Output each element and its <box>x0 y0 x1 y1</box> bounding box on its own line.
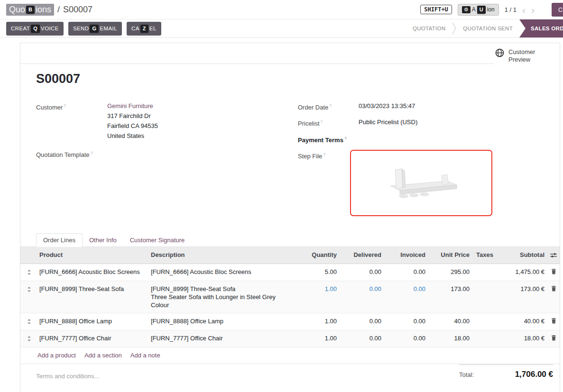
stage-quotation[interactable]: QUOTATION <box>406 26 452 31</box>
delete-row-icon[interactable] <box>546 281 561 297</box>
row-description[interactable]: [FURN_8999] Three-Seat Sofa Three Seater… <box>149 281 296 313</box>
help-icon: ? <box>321 119 323 124</box>
breadcrumb-parent-text: Quo <box>9 5 25 15</box>
drag-handle-icon[interactable] <box>20 313 37 330</box>
action-menu-button[interactable]: ⚙ A U ion <box>458 4 499 16</box>
row-delivered[interactable]: 0.00 <box>339 313 383 329</box>
step-file-field-row: Step File? <box>298 150 543 216</box>
customer-preview-link[interactable]: Customer Preview <box>495 48 553 64</box>
pricelist-label: Pricelist? <box>298 117 359 128</box>
pricelist-value[interactable]: Public Pricelist (USD) <box>359 117 543 128</box>
hint-badge-b: B <box>26 6 35 14</box>
pager-previous-icon[interactable]: ‹ <box>522 5 526 15</box>
row-quantity[interactable]: 1.00 <box>296 281 339 297</box>
row-unit-price[interactable]: 40.00 <box>427 313 471 329</box>
row-description[interactable]: [FURN_8888] Office Lamp <box>149 313 296 329</box>
action-label: ion <box>487 6 495 13</box>
quotation-template-value[interactable] <box>107 148 298 160</box>
pricelist-field-row: Pricelist? Public Pricelist (USD) <box>298 117 543 128</box>
step-file-label: Step File? <box>298 150 359 216</box>
help-icon: ? <box>329 103 332 108</box>
breadcrumb-quotations-link[interactable]: Quo B ions <box>6 4 54 16</box>
payment-terms-field-row: Payment Terms? <box>298 134 543 145</box>
row-subtotal: 40.00 € <box>494 313 546 329</box>
add-section-link[interactable]: Add a section <box>84 352 122 359</box>
row-invoiced[interactable]: 0.00 <box>383 281 427 297</box>
add-note-link[interactable]: Add a note <box>130 352 160 359</box>
stage-sales-order[interactable]: SALES ORDER <box>519 19 563 37</box>
row-unit-price[interactable]: 295.00 <box>427 264 471 280</box>
row-delivered[interactable]: 0.00 <box>339 330 383 346</box>
stage-separator-icon <box>452 22 456 35</box>
customer-address: 317 Fairchild Dr Fairfield CA 94535 Unit… <box>107 111 298 141</box>
create-button[interactable]: CREATE <box>552 3 563 17</box>
step-file-image[interactable] <box>350 150 492 216</box>
payment-terms-label: Payment Terms? <box>298 134 359 145</box>
drag-handle-icon[interactable] <box>20 330 37 347</box>
pager-next-icon[interactable]: › <box>531 5 535 15</box>
header-description: Description <box>149 247 296 263</box>
row-quantity[interactable]: 5.00 <box>296 264 339 280</box>
breadcrumb-separator: / <box>57 5 60 15</box>
create-invoice-button[interactable]: CREAT Q VOICE <box>6 22 64 36</box>
sheet-top-divider <box>20 64 494 64</box>
tab-customer-signature[interactable]: Customer Signature <box>123 234 192 246</box>
total-value: 1,706.00 € <box>515 370 553 379</box>
row-invoiced[interactable]: 0.00 <box>383 330 427 346</box>
row-delivered[interactable]: 0.00 <box>339 281 383 297</box>
row-quantity[interactable]: 1.00 <box>296 330 339 346</box>
row-taxes[interactable] <box>471 281 494 289</box>
header-unit-price: Unit Price <box>427 247 471 263</box>
row-invoiced[interactable]: 0.00 <box>383 313 427 329</box>
row-product[interactable]: [FURN_8888] Office Lamp <box>37 313 149 329</box>
tab-order-lines[interactable]: Order Lines <box>36 233 83 247</box>
row-taxes[interactable] <box>471 264 494 272</box>
row-unit-price[interactable]: 173.00 <box>427 281 471 297</box>
form-left-column: Customer? Gemini Furniture 317 Fairchild… <box>36 101 298 221</box>
table-row[interactable]: [FURN_8999] Three-Seat Sofa [FURN_8999] … <box>20 281 560 313</box>
statusbar: QUOTATION QUOTATION SENT SALES ORDER <box>406 19 563 37</box>
delete-row-icon[interactable] <box>546 330 561 346</box>
row-taxes[interactable] <box>471 313 494 321</box>
customer-name-link[interactable]: Gemini Furniture <box>107 101 298 111</box>
customer-label: Customer? <box>36 101 107 141</box>
order-date-label: Order Date? <box>298 101 359 112</box>
table-row[interactable]: [FURN_7777] Office Chair [FURN_7777] Off… <box>20 330 560 347</box>
add-product-link[interactable]: Add a product <box>37 352 76 359</box>
delete-row-icon[interactable] <box>546 264 561 280</box>
order-date-value[interactable]: 03/03/2023 13:35:47 <box>359 101 543 112</box>
header-taxes: Taxes <box>471 247 494 263</box>
row-description[interactable]: [FURN_6666] Acoustic Bloc Screens <box>149 264 296 280</box>
row-product[interactable]: [FURN_7777] Office Chair <box>37 330 149 346</box>
drag-handle-icon[interactable] <box>20 264 37 281</box>
table-row[interactable]: [FURN_6666] Acoustic Bloc Screens [FURN_… <box>20 264 560 281</box>
stage-quotation-sent[interactable]: QUOTATION SENT <box>456 26 519 31</box>
row-product[interactable]: [FURN_8999] Three-Seat Sofa <box>37 281 149 297</box>
tab-other-info[interactable]: Other Info <box>83 234 123 246</box>
row-product[interactable]: [FURN_6666] Acoustic Bloc Screens <box>37 264 149 280</box>
terms-and-conditions-input[interactable]: Terms and conditions... <box>36 373 100 380</box>
cancel-button[interactable]: CA Z EL <box>127 22 161 36</box>
row-subtotal: 1,475.00 € <box>494 264 546 280</box>
row-description[interactable]: [FURN_7777] Office Chair <box>149 330 296 346</box>
quotation-template-field-row: Quotation Template? <box>36 148 298 160</box>
customer-field-row: Customer? Gemini Furniture 317 Fairchild… <box>36 101 298 141</box>
header-handle-spacer <box>20 247 37 255</box>
hint-badge-z: Z <box>140 25 148 33</box>
form-right-column: Order Date? 03/03/2023 13:35:47 Pricelis… <box>298 101 543 221</box>
customer-value: Gemini Furniture 317 Fairchild Dr Fairfi… <box>107 101 298 141</box>
row-taxes[interactable] <box>471 330 494 338</box>
optional-columns-icon[interactable] <box>546 247 561 264</box>
drag-handle-icon[interactable] <box>20 281 37 298</box>
help-icon: ? <box>344 136 347 141</box>
row-unit-price[interactable]: 18.00 <box>427 330 471 346</box>
row-quantity[interactable]: 1.00 <box>296 313 339 329</box>
table-row[interactable]: [FURN_8888] Office Lamp [FURN_8888] Offi… <box>20 313 560 330</box>
row-invoiced[interactable]: 0.00 <box>383 264 427 280</box>
payment-terms-value[interactable] <box>359 134 543 145</box>
pager-value: 1 / 1 <box>505 6 517 13</box>
breadcrumb: Quo B ions / S00007 <box>6 4 92 16</box>
delete-row-icon[interactable] <box>546 313 561 329</box>
send-email-button[interactable]: SEND G EMAIL <box>68 22 122 36</box>
row-delivered[interactable]: 0.00 <box>339 264 383 280</box>
